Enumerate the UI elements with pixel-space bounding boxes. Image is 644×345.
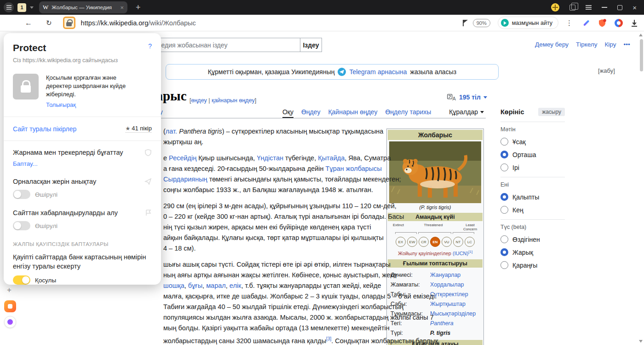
location-icon	[144, 178, 152, 185]
login-link[interactable]: Кіру	[604, 41, 616, 48]
more-details-link[interactable]: Толығырақ	[46, 101, 76, 108]
downloads-icon[interactable]	[631, 19, 638, 27]
browser-logo-icon[interactable]	[615, 19, 623, 27]
bookmark-flag-icon[interactable]	[463, 20, 464, 26]
notifications-toggle-off[interactable]	[13, 221, 30, 230]
wiki-link[interactable]: елік	[230, 282, 242, 289]
user-links: Демеу беру Тіркелу Кіру •••	[535, 41, 630, 48]
reference-link[interactable]: [3]	[326, 336, 331, 341]
hamburger-icon	[6, 5, 12, 6]
reviews-count[interactable]: ★41 пікір	[125, 125, 152, 133]
site-reviews-link[interactable]: Сайт туралы пікірлер	[13, 125, 76, 133]
edit-link[interactable]: өңдеу	[191, 97, 207, 104]
status-link-line: Жойылу қауіпіндегілер (IUCN)[1]	[388, 250, 483, 256]
tab-history[interactable]: Өңделу тарихы	[385, 108, 431, 116]
status-scale-labels: Extinct Threatened Least Concern	[388, 221, 483, 231]
telegram-link[interactable]: Telegram арнасына	[349, 68, 407, 76]
bankcard-toggle-on[interactable]	[13, 275, 30, 285]
taxonomy-link[interactable]: Жыртқыштар	[430, 301, 466, 307]
scrollbar-thumb[interactable]	[640, 39, 643, 71]
scrollbar-down-arrow[interactable]	[639, 340, 643, 343]
help-link[interactable]: ?	[148, 42, 152, 53]
url-field[interactable]: https://kk.wikipedia.org/wiki/Жолбарыс	[81, 19, 196, 27]
status-reference[interactable]: [1]	[468, 250, 472, 254]
read-aloud-label: мазмұнын айту	[512, 20, 552, 26]
radio-text-large[interactable]: Ірі	[500, 164, 565, 171]
wiki-link[interactable]: Қытайда	[318, 154, 345, 162]
sidebar-add-icon[interactable]: +	[7, 286, 12, 295]
wiki-link[interactable]: Ресейдің	[169, 154, 196, 162]
tools-menu[interactable]: Құралдар	[449, 108, 484, 116]
reload-button[interactable]: ↻	[46, 19, 52, 27]
register-link[interactable]: Тіркелу	[576, 41, 598, 48]
tab-counter[interactable]: 1	[17, 3, 26, 12]
user-menu-more[interactable]: •••	[623, 41, 630, 48]
radio-icon-selected	[500, 151, 508, 158]
sidebar-assistant-icon[interactable]	[4, 316, 16, 328]
article-text: е	[163, 154, 169, 162]
adblock-title: Жарнама мен трекерлерді бұғаттау	[13, 149, 123, 156]
article-text: мың болды. Қазіргі уақытта жабайы ортада…	[163, 324, 390, 332]
maximize-button[interactable]	[617, 5, 622, 10]
taxonomy-link[interactable]: Мысықтәрізділер	[430, 310, 476, 317]
status-circles: EX EW CR EN VU NT LC	[388, 237, 483, 247]
tab-list-chevron-icon[interactable]	[30, 6, 34, 9]
donate-link[interactable]: Демеу беру	[535, 41, 569, 48]
wiki-link[interactable]: шошқа	[163, 282, 184, 289]
search-button[interactable]: Іздеу	[300, 38, 322, 52]
location-toggle-row: Өшірулі	[13, 190, 152, 199]
taxonomy-link[interactable]: Хордалылар	[430, 281, 464, 288]
wiki-link[interactable]: марал	[206, 282, 226, 289]
language-selector[interactable]: A 195 тіл	[447, 94, 487, 101]
tab-read[interactable]: Оқу	[282, 108, 293, 118]
wiki-link[interactable]: бұғы	[188, 282, 202, 289]
window-close-button[interactable]: ×	[632, 4, 637, 11]
article-paragraph: (лат. Panthera tigris) – сүтқоректілер к…	[163, 126, 390, 147]
browser-tab[interactable]: W Жолбарыс — Уикипедия ×	[39, 1, 127, 13]
radio-icon	[500, 261, 508, 269]
radio-width-wide[interactable]: Кең	[500, 206, 565, 214]
protect-shield-icon[interactable]	[598, 19, 606, 27]
scrollbar-up-arrow[interactable]	[639, 34, 643, 36]
wiki-link[interactable]: лат.	[166, 128, 177, 135]
collections-icon[interactable]	[569, 5, 575, 11]
wiki-link[interactable]: Тұран жолбарысы	[326, 165, 382, 172]
browser-panel-button[interactable]	[4, 2, 14, 12]
minimize-button[interactable]	[602, 7, 607, 8]
wiki-link[interactable]: Сырдарияның	[163, 175, 207, 183]
taxonomy-link[interactable]: Жануарлар	[430, 272, 460, 278]
site-lock-button-focused[interactable]	[63, 17, 75, 29]
adblock-icon	[144, 149, 152, 156]
radio-color-dark[interactable]: Қараңғы	[500, 261, 565, 269]
radio-icon	[500, 206, 508, 214]
location-toggle-off[interactable]	[13, 190, 30, 199]
iucn-link[interactable]: (IUCN)	[453, 251, 468, 256]
wiki-link[interactable]: Үндістан	[257, 154, 283, 162]
radio-text-small[interactable]: Ұсақ	[500, 138, 565, 146]
gift-icon[interactable]	[551, 3, 559, 12]
appearance-hide-button[interactable]: жасыру	[538, 108, 565, 116]
read-aloud-button[interactable]: мазмұнын айту	[498, 17, 558, 29]
banner-close-link[interactable]: [жабу]	[598, 67, 615, 74]
zoom-indicator[interactable]: 90%	[473, 19, 490, 27]
adblock-setup-link[interactable]: Баптау...	[13, 160, 38, 167]
radio-text-standard[interactable]: Орташа	[500, 151, 565, 158]
browser-menu-icon[interactable]	[586, 5, 592, 6]
edit-pencil-icon[interactable]	[583, 20, 589, 26]
status-link[interactable]: Жойылу қауіпіндегілер	[398, 251, 451, 256]
tab-edit[interactable]: Өңдеу	[301, 108, 320, 116]
tab-close-icon[interactable]: ×	[120, 4, 124, 11]
protect-popup: Protect ? Сіз https://kk.wikipedia.org с…	[4, 33, 161, 285]
edit-source-link[interactable]: қайнарын өңдеу	[212, 97, 255, 104]
new-tab-button[interactable]: +	[136, 3, 141, 12]
article-text: ,	[226, 282, 230, 289]
addressbar-menu-icon[interactable]: ⋮	[566, 19, 573, 27]
sidebar-games-icon[interactable]	[4, 300, 16, 312]
radio-color-auto[interactable]: Өздігінен	[500, 235, 565, 243]
back-button[interactable]: ←	[25, 19, 32, 27]
tab-edit-source[interactable]: Қайнарын өңдеу	[328, 108, 377, 116]
radio-color-light[interactable]: Жарық	[500, 248, 565, 256]
article-text: Табиғи жағдайда 40 – 50 жылдай тіршілік …	[163, 303, 403, 310]
radio-width-standard[interactable]: Қалыпты	[500, 193, 565, 201]
tiger-image[interactable]	[389, 141, 482, 203]
